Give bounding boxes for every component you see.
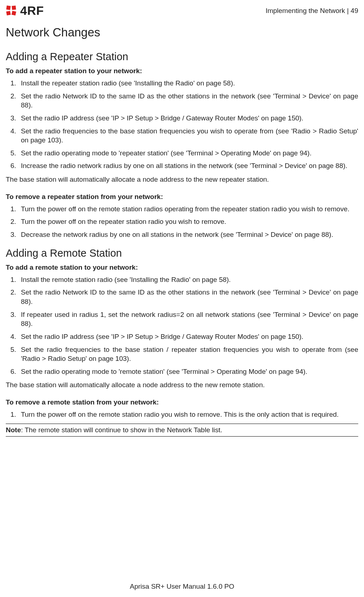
- list-item: Set the radio IP address (see 'IP > IP S…: [18, 332, 358, 341]
- repeater-add-steps: Install the repeater station radio (see …: [6, 79, 358, 171]
- svg-rect-1: [12, 5, 16, 10]
- note-body: : The remote station will continue to sh…: [21, 426, 222, 434]
- list-item: Turn the power off on the remote station…: [18, 204, 358, 214]
- brand-text: 4RF: [20, 4, 44, 18]
- list-item: Set the radio IP address (see 'IP > IP S…: [18, 114, 358, 123]
- list-item: Set the radio operating mode to 'repeate…: [18, 149, 358, 158]
- list-item: Turn the power off on the repeater stati…: [18, 217, 358, 226]
- document-page: 4RF Implementing the Network | 49 Networ…: [0, 0, 364, 597]
- list-item: Increase the radio network radius by one…: [18, 161, 358, 171]
- list-item: Set the radio frequencies to the base st…: [18, 345, 358, 363]
- list-item: Decrease the network radius by one on al…: [18, 230, 358, 239]
- remote-add-steps: Install the remote station radio (see 'I…: [6, 275, 358, 376]
- heading-remote: Adding a Remote Station: [6, 247, 358, 259]
- brand-logo: 4RF: [6, 4, 44, 18]
- list-item: Install the remote station radio (see 'I…: [18, 275, 358, 284]
- svg-rect-3: [12, 10, 16, 15]
- page-footer: Aprisa SR+ User Manual 1.6.0 PO: [0, 583, 364, 591]
- repeater-remove-steps: Turn the power off on the remote station…: [6, 204, 358, 239]
- remote-add-intro: To add a remote station to your network:: [6, 264, 358, 271]
- brand-icon: [6, 5, 17, 17]
- note-label: Note: [6, 426, 21, 434]
- list-item: Set the radio Network ID to the same ID …: [18, 288, 358, 306]
- page-header: 4RF Implementing the Network | 49: [6, 4, 358, 18]
- heading-repeater: Adding a Repeater Station: [6, 51, 358, 63]
- list-item: Install the repeater station radio (see …: [18, 79, 358, 88]
- list-item: Turn the power off on the remote station…: [18, 410, 358, 419]
- note-block: Note: The remote station will continue t…: [6, 424, 358, 437]
- repeater-add-after: The base station will automatically allo…: [6, 175, 358, 184]
- remote-add-after: The base station will automatically allo…: [6, 380, 358, 390]
- remote-remove-intro: To remove a remote station from your net…: [6, 398, 358, 406]
- svg-rect-2: [6, 11, 11, 16]
- page-title: Network Changes: [6, 26, 358, 39]
- list-item: Set the radio operating mode to 'remote …: [18, 367, 358, 376]
- remote-remove-steps: Turn the power off on the remote station…: [6, 410, 358, 419]
- list-item: If repeater used in radius 1, set the ne…: [18, 310, 358, 328]
- repeater-remove-intro: To remove a repeater station from your n…: [6, 193, 358, 201]
- repeater-add-intro: To add a repeater station to your networ…: [6, 67, 358, 75]
- list-item: Set the radio Network ID to the same ID …: [18, 92, 358, 110]
- svg-rect-0: [6, 5, 10, 10]
- list-item: Set the radio frequencies to the base st…: [18, 127, 358, 145]
- section-breadcrumb: Implementing the Network | 49: [266, 7, 358, 15]
